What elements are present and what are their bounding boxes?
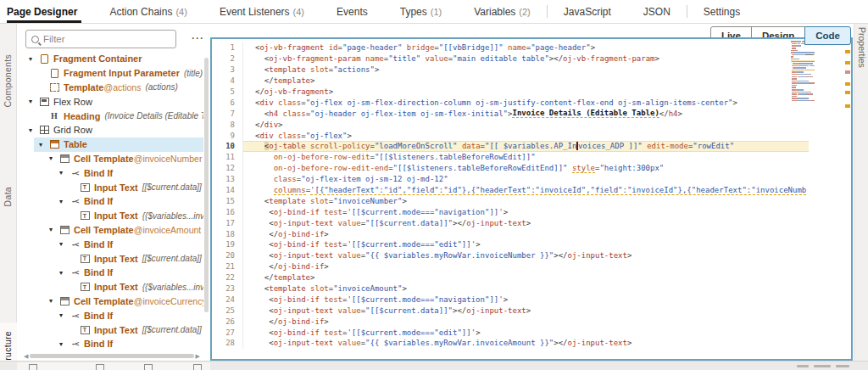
right-rail[interactable]: Properties bbox=[854, 24, 868, 370]
dock-icon[interactable] bbox=[144, 364, 153, 370]
code-line-28[interactable]: 28 <oj-input-text value="{{ $variables.m… bbox=[212, 338, 851, 349]
overflow-menu-icon[interactable]: ⋯ bbox=[191, 31, 203, 46]
expand-arrow-icon[interactable]: ▾ bbox=[49, 297, 59, 305]
code-text: <oj-bind-if test='[[$current.mode==="edi… bbox=[242, 239, 809, 250]
dock-icon[interactable] bbox=[29, 364, 37, 370]
tree-item-grid-row[interactable]: ▾Grid Row bbox=[17, 123, 203, 137]
code-line-26[interactable]: 26 </oj-bind-if> bbox=[212, 316, 851, 327]
tree-item-bind-if[interactable]: ▾-<Bind If bbox=[17, 337, 203, 350]
code-text: <template slot="actions"> bbox=[242, 64, 809, 76]
code-line-25[interactable]: 25 <oj-input-text value="[[$current.data… bbox=[212, 305, 851, 316]
tree-item-cell-template-invoicecurrency[interactable]: ▾Cell Template@invoiceCurrency bbox=[17, 294, 203, 309]
tab-types[interactable]: Types(1) bbox=[384, 0, 458, 23]
tree-item-template-actions[interactable]: Template@actions(actions) bbox=[17, 81, 203, 95]
code-editor[interactable]: 1<oj-vb-fragment id="page-header" bridge… bbox=[210, 37, 853, 361]
tree-item-input-text[interactable]: TInput Text[[$current.data]] bbox=[17, 251, 203, 266]
tree-item-fragment-container[interactable]: ▾Fragment Container bbox=[17, 52, 203, 66]
tab-events[interactable]: Events bbox=[320, 0, 384, 23]
tab-variables[interactable]: Variables(2) bbox=[458, 0, 547, 23]
expand-arrow-icon[interactable]: ▾ bbox=[59, 269, 70, 277]
tab-settings[interactable]: Settings bbox=[687, 0, 756, 23]
tree-item-label: Grid Row bbox=[53, 125, 92, 135]
tree-horizontal-scrollbar[interactable]: ◀ ▶ bbox=[24, 353, 200, 359]
code-button[interactable]: Code bbox=[804, 26, 851, 45]
tree-item-cell-template-invoiceamount[interactable]: ▾Cell Template@invoiceAmount bbox=[17, 223, 203, 238]
code-line-27[interactable]: 27 <oj-bind-if test='[[$current.mode==="… bbox=[212, 327, 851, 338]
rail-tab-data[interactable]: Data bbox=[3, 187, 13, 206]
code-line-6[interactable]: 6<div class="oj-flex oj-sm-flex-directio… bbox=[212, 97, 851, 108]
line-number: 8 bbox=[212, 121, 242, 129]
expand-arrow-icon[interactable]: ▾ bbox=[49, 154, 59, 162]
tab-json[interactable]: JSON bbox=[627, 0, 687, 23]
line-number: 27 bbox=[212, 328, 242, 337]
code-line-4[interactable]: 4 </template> bbox=[212, 76, 851, 87]
tree-item-fragment-input-parameter[interactable]: Fragment Input Parameter(title) bbox=[17, 66, 203, 81]
code-line-16[interactable]: 16 <oj-bind-if test='[[$current.mode==="… bbox=[212, 206, 851, 217]
code-line-8[interactable]: 8</div> bbox=[212, 119, 851, 130]
code-line-5[interactable]: 5</oj-vb-fragment> bbox=[212, 87, 851, 98]
tree-vertical-scrollbar[interactable] bbox=[204, 58, 209, 312]
tree-item-input-text[interactable]: TInput Text[[$current.data]] bbox=[17, 322, 203, 337]
expand-arrow-icon[interactable]: ▾ bbox=[29, 126, 39, 134]
code-text: <oj-input-text value="[[$current.data]]"… bbox=[242, 305, 809, 316]
tab-page-designer[interactable]: Page Designer bbox=[7, 0, 93, 23]
code-lines[interactable]: 1<oj-vb-fragment id="page-header" bridge… bbox=[212, 42, 851, 349]
code-line-7[interactable]: 7 <h4 class="oj-header oj-flex-item oj-s… bbox=[212, 108, 851, 119]
tree-item-input-text[interactable]: TInput Text[[$current.data]] bbox=[17, 180, 203, 194]
tree-item-bind-if[interactable]: ▾-<Bind If bbox=[17, 165, 203, 180]
tab-action-chains[interactable]: Action Chains(4) bbox=[93, 0, 203, 23]
tree-item-bind-if[interactable]: ▾-<Bind If bbox=[17, 308, 203, 322]
structure-panel: ⋯ ▾Fragment ContainerFragment Input Para… bbox=[17, 24, 210, 361]
tree-item-bind-if[interactable]: ▾-<Bind If bbox=[17, 194, 203, 209]
code-line-10[interactable]: 10 <oj-table scroll-policy="loadMoreOnSc… bbox=[212, 141, 851, 152]
minimap[interactable] bbox=[791, 41, 815, 102]
tree-item-flex-row[interactable]: ▾Flex Row bbox=[17, 94, 203, 109]
expand-arrow-icon[interactable]: ▾ bbox=[59, 240, 70, 248]
scroll-left-arrow: ◀ bbox=[24, 353, 28, 360]
code-line-17[interactable]: 17 <oj-input-text value="[[$current.data… bbox=[212, 217, 851, 228]
expand-arrow-icon[interactable]: ▾ bbox=[59, 311, 70, 319]
tab-event-listeners[interactable]: Event Listeners(4) bbox=[203, 0, 320, 23]
code-line-14[interactable]: 14 columns='[{"headerText":"id","field":… bbox=[212, 185, 851, 196]
dock-icon[interactable] bbox=[96, 364, 104, 370]
expand-arrow-icon[interactable]: ▾ bbox=[59, 340, 70, 348]
expand-arrow-icon[interactable]: ▾ bbox=[39, 141, 49, 149]
code-line-23[interactable]: 23 <template slot="invoiceAmount"> bbox=[212, 283, 851, 294]
code-line-11[interactable]: 11 on-oj-before-row-edit="[[$listeners.t… bbox=[212, 152, 851, 163]
rail-tab-components[interactable]: Components bbox=[3, 54, 13, 108]
code-line-18[interactable]: 18 </oj-bind-if> bbox=[212, 228, 851, 239]
code-line-22[interactable]: 22 </template> bbox=[212, 272, 851, 283]
tree-item-table[interactable]: ▾Table bbox=[17, 137, 203, 152]
code-line-21[interactable]: 21 </oj-bind-if> bbox=[212, 261, 851, 272]
code-line-12[interactable]: 12 on-oj-before-row-edit-end="[[$listene… bbox=[212, 163, 851, 174]
code-line-3[interactable]: 3 <template slot="actions"> bbox=[212, 64, 851, 76]
tree-item-input-text[interactable]: TInput Text{{$variables...invoiceAmount}… bbox=[17, 280, 203, 294]
code-line-2[interactable]: 2 <oj-vb-fragment-param name="title" val… bbox=[212, 53, 851, 64]
filter-input[interactable] bbox=[43, 34, 153, 44]
expand-arrow-icon[interactable]: ▾ bbox=[29, 98, 39, 105]
code-line-15[interactable]: 15 <template slot="invoiceNumber"> bbox=[212, 195, 851, 206]
expand-arrow-icon[interactable]: ▾ bbox=[29, 55, 39, 63]
expand-arrow-icon[interactable]: ▾ bbox=[59, 198, 70, 205]
tree-item-bind-if[interactable]: ▾-<Bind If bbox=[17, 237, 203, 251]
filter-box[interactable] bbox=[25, 30, 176, 48]
code-line-13[interactable]: 13 class="oj-flex-item oj-sm-12 oj-md-12… bbox=[212, 174, 851, 185]
code-text: <oj-bind-if test='[[$current.mode==="edi… bbox=[242, 327, 809, 338]
expand-arrow-icon[interactable]: ▾ bbox=[49, 226, 59, 233]
tree-item-cell-template-invoicenumber[interactable]: ▾Cell Template@invoiceNumber bbox=[17, 152, 203, 166]
properties-rail-label[interactable]: Properties bbox=[857, 27, 867, 68]
tab-javascript[interactable]: JavaScript bbox=[548, 0, 627, 23]
tree-item-bind-if[interactable]: ▾-<Bind If bbox=[17, 266, 203, 280]
branch-icon: -< bbox=[70, 168, 80, 177]
dock-icon[interactable] bbox=[193, 364, 202, 370]
code-line-9[interactable]: 9<div class="oj-flex"> bbox=[212, 130, 851, 141]
code-line-20[interactable]: 20 <oj-input-text value="{{ $variables.m… bbox=[212, 250, 851, 261]
expand-arrow-icon[interactable]: ▾ bbox=[59, 169, 70, 177]
tree-item-heading[interactable]: HHeading(Invoice Details (Editable Table… bbox=[17, 109, 203, 123]
code-line-24[interactable]: 24 <oj-bind-if test='[[$current.mode==="… bbox=[212, 294, 851, 305]
scroll-thumb[interactable] bbox=[30, 354, 193, 358]
cell-template-icon bbox=[59, 296, 70, 306]
code-line-19[interactable]: 19 <oj-bind-if test='[[$current.mode==="… bbox=[212, 239, 851, 250]
tree-item-input-text[interactable]: TInput Text{{$variables...invoiceNumber}… bbox=[17, 209, 203, 223]
code-line-1[interactable]: 1<oj-vb-fragment id="page-header" bridge… bbox=[212, 42, 851, 53]
